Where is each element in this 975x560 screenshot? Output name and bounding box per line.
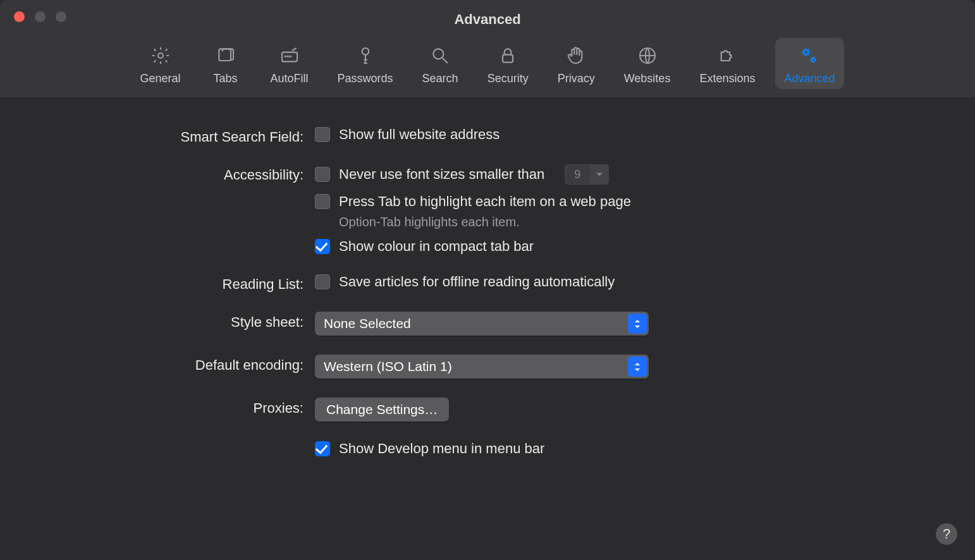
- tab-tabs[interactable]: Tabs: [201, 38, 250, 89]
- empty-label: [25, 441, 304, 443]
- tab-label: General: [140, 72, 180, 85]
- tab-security[interactable]: Security: [479, 38, 537, 89]
- preferences-toolbar: General Tabs AutoFill Passwords Search: [0, 34, 975, 98]
- tab-autofill[interactable]: AutoFill: [262, 38, 317, 89]
- svg-point-3: [285, 56, 285, 57]
- tab-label: Passwords: [338, 72, 393, 85]
- tab-highlight-checkbox[interactable]: [315, 194, 330, 209]
- reading-list-label: Reading List:: [25, 274, 304, 293]
- window-title: Advanced: [0, 0, 975, 34]
- change-settings-button[interactable]: Change Settings…: [315, 398, 449, 422]
- tabs-icon: [214, 44, 237, 67]
- compact-tab-color-checkbox[interactable]: [315, 239, 330, 254]
- hand-icon: [565, 44, 587, 67]
- tab-highlight-hint: Option-Tab highlights each item.: [339, 215, 520, 229]
- help-button[interactable]: ?: [936, 523, 957, 545]
- style-sheet-value: None Selected: [324, 316, 411, 331]
- svg-rect-1: [219, 49, 231, 61]
- lock-icon: [496, 44, 519, 67]
- puzzle-icon: [716, 44, 739, 67]
- gears-icon: [798, 44, 821, 67]
- show-full-address-checkbox[interactable]: [315, 127, 330, 142]
- svg-point-6: [362, 48, 369, 55]
- smart-search-label: Smart Search Field:: [25, 126, 304, 145]
- show-full-address-label: Show full website address: [339, 126, 500, 143]
- svg-point-5: [290, 56, 290, 57]
- close-window-button[interactable]: [14, 11, 25, 22]
- gear-icon: [149, 44, 172, 67]
- compact-tab-color-label: Show colour in compact tab bar: [339, 238, 534, 255]
- tab-label: Search: [422, 72, 458, 85]
- popup-arrows-icon: [628, 356, 647, 377]
- show-develop-menu-checkbox[interactable]: [315, 441, 330, 456]
- tab-label: AutoFill: [271, 72, 309, 85]
- tab-search[interactable]: Search: [414, 38, 467, 89]
- svg-point-10: [804, 50, 809, 54]
- svg-point-0: [158, 53, 163, 58]
- tab-websites[interactable]: Websites: [615, 38, 680, 89]
- chevron-down-icon: [590, 164, 609, 185]
- window-controls: [14, 11, 66, 22]
- svg-point-7: [433, 49, 443, 59]
- minimize-window-button[interactable]: [35, 11, 46, 22]
- preferences-content: Smart Search Field: Show full website ad…: [0, 99, 975, 457]
- tab-privacy[interactable]: Privacy: [549, 38, 604, 89]
- offline-reading-checkbox[interactable]: [315, 274, 330, 289]
- tab-label: Websites: [624, 72, 671, 85]
- tab-label: Security: [488, 72, 529, 85]
- min-font-size-stepper[interactable]: 9: [565, 164, 609, 185]
- default-encoding-popup[interactable]: Western (ISO Latin 1): [315, 355, 649, 379]
- titlebar: Advanced General Tabs AutoFill Passwords: [0, 0, 975, 99]
- min-font-size-label: Never use font sizes smaller than: [339, 166, 544, 183]
- tab-label: Tabs: [214, 72, 238, 85]
- tab-general[interactable]: General: [131, 38, 189, 89]
- change-settings-label: Change Settings…: [326, 402, 438, 417]
- offline-reading-label: Save articles for offline reading automa…: [339, 274, 615, 290]
- tab-passwords[interactable]: Passwords: [329, 38, 402, 89]
- proxies-label: Proxies:: [25, 398, 304, 417]
- min-font-size-value: 9: [565, 164, 590, 185]
- tab-extensions[interactable]: Extensions: [690, 38, 764, 89]
- key-icon: [354, 44, 377, 67]
- zoom-window-button[interactable]: [56, 11, 66, 22]
- min-font-size-checkbox[interactable]: [315, 167, 330, 182]
- tab-advanced[interactable]: Advanced: [775, 38, 843, 89]
- style-sheet-label: Style sheet:: [25, 312, 304, 331]
- popup-arrows-icon: [628, 313, 647, 334]
- accessibility-label: Accessibility:: [25, 164, 304, 183]
- globe-icon: [636, 44, 659, 67]
- tab-highlight-label: Press Tab to highlight each item on a we…: [339, 193, 631, 210]
- tab-label: Extensions: [699, 72, 755, 85]
- svg-rect-8: [503, 55, 513, 63]
- show-develop-menu-label: Show Develop menu in menu bar: [339, 441, 544, 457]
- style-sheet-popup[interactable]: None Selected: [315, 312, 649, 336]
- tab-label: Advanced: [784, 72, 835, 85]
- tab-label: Privacy: [558, 72, 595, 85]
- default-encoding-label: Default encoding:: [25, 355, 304, 374]
- svg-point-4: [287, 56, 288, 57]
- help-symbol: ?: [943, 526, 950, 542]
- search-icon: [429, 44, 451, 67]
- autofill-icon: [278, 44, 301, 67]
- default-encoding-value: Western (ISO Latin 1): [324, 359, 452, 374]
